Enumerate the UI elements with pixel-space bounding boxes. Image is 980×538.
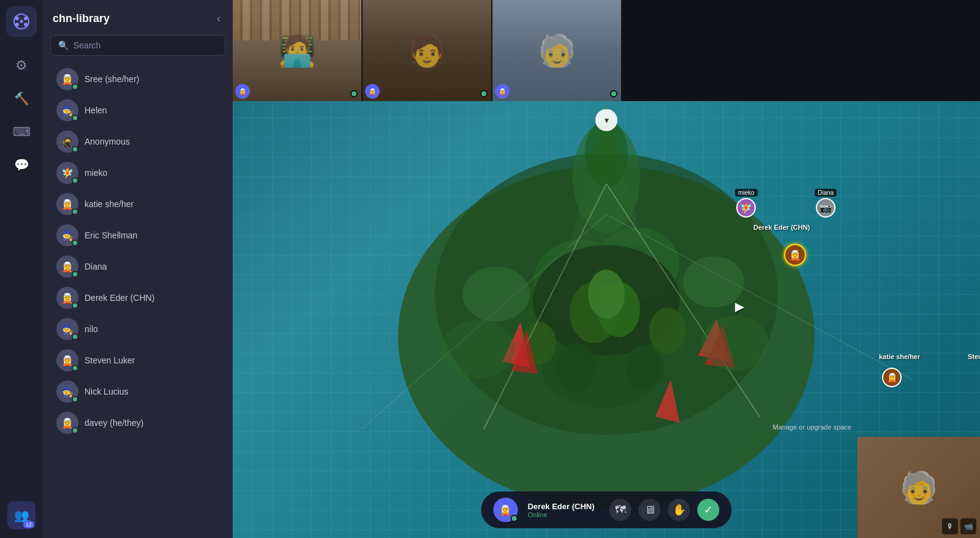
member-name-0: Sree (she/her) (85, 74, 139, 84)
app-logo[interactable] (6, 6, 37, 37)
chat-button[interactable]: 💬 (7, 151, 36, 179)
member-name-11: davey (he/they) (85, 418, 144, 428)
users-button[interactable]: 👥 12 (7, 501, 36, 529)
status-user-status: Online (527, 511, 594, 518)
player-token-derek[interactable]: 🧝 (784, 244, 806, 266)
svg-point-22 (556, 343, 595, 392)
map-label-katie: katie she/her (879, 353, 920, 360)
video-face-3: 🧓 (492, 0, 621, 101)
member-avatar-1: 🧙 (56, 99, 78, 121)
svg-point-2 (24, 17, 28, 20)
member-avatar-11: 🧝 (56, 412, 78, 434)
member-item-4[interactable]: 🧝 katie she/her (47, 189, 229, 219)
svg-point-33 (462, 267, 530, 322)
manage-tooltip: Manage or upgrade space (773, 423, 851, 431)
status-user-avatar: 🧝 (493, 498, 518, 522)
member-avatar-6: 🧝 (56, 256, 78, 278)
status-bar-actions: 🗺 🖥 ✋ ✓ (609, 499, 720, 521)
video-thumb-1[interactable]: 🧑‍💻 🧝 (233, 0, 361, 101)
member-item-11[interactable]: 🧝 davey (he/they) (47, 407, 229, 438)
member-name-9: Steven Luker (85, 355, 135, 365)
chevron-down-button[interactable]: ▾ (595, 109, 617, 131)
hand-button[interactable]: ✋ (668, 499, 690, 521)
user-count-badge: 12 (23, 521, 34, 528)
member-status-2 (72, 146, 78, 153)
map-label-derek: Derek Eder (CHN) (753, 224, 810, 231)
member-item-0[interactable]: 🧝 Sree (she/her) (47, 64, 229, 94)
status-user-info: Derek Eder (CHN) Online (527, 502, 594, 518)
keyboard-button[interactable]: ⌨ (7, 118, 36, 146)
settings-button[interactable]: ⚙ (7, 51, 36, 80)
video-status-3 (610, 90, 617, 97)
member-avatar-0: 🧝 (56, 68, 78, 90)
left-nav: ⚙ 🔨 ⌨ 💬 👥 12 (0, 0, 43, 538)
player-token-katie[interactable]: 🧝 (882, 368, 902, 387)
player-avatar-diana: 📷 (816, 198, 835, 218)
svg-point-23 (626, 346, 660, 390)
member-avatar-8: 🧙 (56, 318, 78, 340)
player-token-diana[interactable]: Diana 📷 (815, 189, 837, 218)
player-avatar-derek: 🧝 (784, 244, 806, 266)
member-item-2[interactable]: 🥷 Anonymous (47, 126, 229, 157)
video-face-2: 🧑 (363, 0, 491, 101)
search-icon: 🔍 (58, 40, 69, 50)
member-status-1 (72, 115, 78, 121)
member-status-10 (72, 396, 78, 403)
member-item-9[interactable]: 🧝 Steven Luker (47, 345, 229, 376)
member-name-3: mieko (85, 168, 107, 178)
sidebar: chn-library ‹ 🔍 🧝 Sree (she/her) 🧙 Helen… (43, 0, 233, 538)
status-bar: 🧝 Derek Eder (CHN) Online 🗺 🖥 ✋ ✓ (481, 491, 731, 528)
member-item-8[interactable]: 🧙 nilo (47, 314, 229, 344)
member-status-5 (72, 240, 78, 246)
mini-video-controls: 🎙 📹 (942, 518, 976, 534)
svg-point-20 (649, 308, 686, 354)
member-status-8 (72, 333, 78, 340)
member-status-9 (72, 365, 78, 371)
mini-mic-button[interactable]: 🎙 (942, 518, 958, 534)
member-item-7[interactable]: 🧝 Derek Eder (CHN) (47, 282, 229, 313)
search-input[interactable] (74, 40, 217, 50)
player-token-mieko[interactable]: mieko 🧚 (735, 189, 758, 218)
video-thumb-2[interactable]: 🧑 🧝 (363, 0, 491, 101)
svg-point-1 (15, 17, 19, 20)
main-content: ▶ mieko 🧚 Diana 📷 Derek Eder (CHN) 🧝 kat… (233, 0, 980, 538)
video-avatar-1: 🧝 (235, 84, 250, 99)
member-status-11 (72, 427, 78, 434)
video-avatar-2: 🧝 (365, 84, 380, 99)
tools-button[interactable]: 🔨 (7, 85, 36, 113)
member-status-6 (72, 271, 78, 278)
confirm-button[interactable]: ✓ (698, 499, 720, 521)
video-status-2 (480, 90, 488, 97)
member-avatar-10: 🧙 (56, 381, 78, 403)
member-avatar-3: 🧚 (56, 162, 78, 184)
status-user-name: Derek Eder (CHN) (527, 502, 594, 511)
member-name-4: katie she/her (85, 199, 134, 209)
member-item-1[interactable]: 🧙 Helen (47, 95, 229, 126)
mini-cam-button[interactable]: 📹 (960, 518, 976, 534)
members-list: 🧝 Sree (she/her) 🧙 Helen 🥷 Anonymous 🧚 m… (43, 61, 233, 538)
map-button[interactable]: 🗺 (609, 499, 631, 521)
player-avatar-katie: 🧝 (882, 368, 902, 387)
member-status-0 (72, 83, 78, 90)
svg-point-4 (24, 23, 28, 26)
map-cursor: ▶ (735, 299, 744, 314)
mini-video[interactable]: 🧓 🎙 📹 (858, 437, 980, 538)
screen-button[interactable]: 🖥 (639, 499, 661, 521)
player-label-diana: Diana (815, 189, 837, 197)
member-item-3[interactable]: 🧚 mieko (47, 157, 229, 188)
online-status-dot (510, 515, 518, 522)
svg-point-19 (588, 270, 625, 319)
member-status-3 (72, 177, 78, 184)
video-status-1 (350, 90, 358, 97)
member-avatar-7: 🧝 (56, 287, 78, 309)
member-name-5: Eric Shellman (85, 230, 137, 240)
video-strip: 🧑‍💻 🧝 🧑 🧝 🧓 🧝 (233, 0, 980, 101)
collapse-button[interactable]: ‹ (214, 10, 223, 28)
member-item-6[interactable]: 🧝 Diana (47, 251, 229, 282)
sidebar-title: chn-library (53, 12, 110, 25)
video-thumb-3[interactable]: 🧓 🧝 (492, 0, 621, 101)
member-item-5[interactable]: 🧙 Eric Shellman (47, 220, 229, 251)
map-label-steven: Steven Luker (968, 353, 980, 360)
member-item-10[interactable]: 🧙 Nick Lucius (47, 376, 229, 407)
video-face-1: 🧑‍💻 (233, 0, 361, 101)
